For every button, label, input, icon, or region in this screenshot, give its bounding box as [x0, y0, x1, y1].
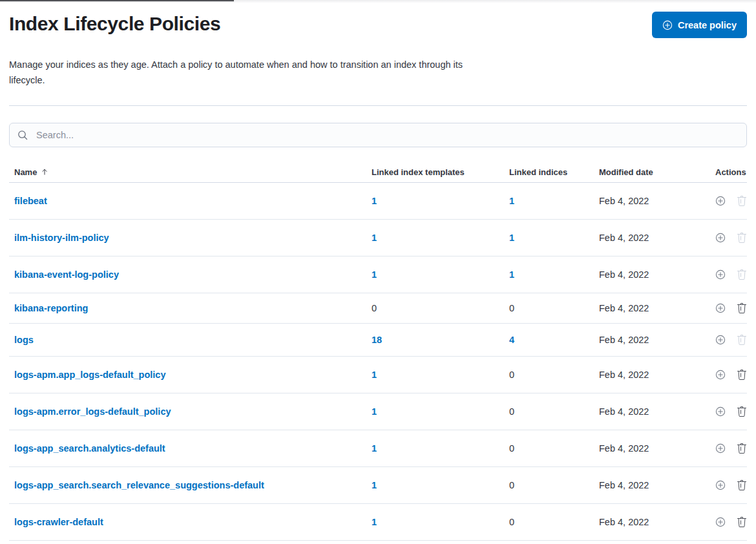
name-cell: logs-app_search.analytics-default — [9, 443, 372, 454]
modified-date: Feb 4, 2022 — [599, 370, 715, 380]
linked-index-templates-cell: 1 — [372, 516, 509, 528]
add-policy-to-template-button[interactable] — [715, 517, 726, 527]
add-policy-to-template-button[interactable] — [715, 335, 726, 345]
actions-cell — [715, 517, 751, 527]
trash-icon — [737, 303, 747, 313]
linked-index-templates-cell: 1 — [372, 369, 509, 381]
policy-name-link[interactable]: logs-app_search.search_relevance_suggest… — [14, 480, 264, 490]
name-cell: kibana-reporting — [9, 302, 372, 314]
policy-name-link[interactable]: kibana-reporting — [14, 303, 88, 313]
actions-cell — [715, 443, 751, 454]
linked-indices-count[interactable]: 4 — [509, 335, 514, 345]
add-policy-to-template-button[interactable] — [715, 233, 726, 243]
actions-cell — [715, 196, 751, 206]
name-cell: logs-apm.error_logs-default_policy — [9, 406, 372, 417]
linked-indices-count: 0 — [509, 443, 514, 454]
add-policy-to-template-button[interactable] — [715, 269, 726, 280]
modified-date: Feb 4, 2022 — [599, 335, 715, 345]
delete-policy-button — [737, 233, 747, 243]
actions-cell — [715, 480, 751, 490]
policy-name-link[interactable]: logs — [14, 335, 34, 345]
linked-indices-cell: 1 — [509, 195, 599, 207]
column-header-linked-indices: Linked indices — [509, 167, 599, 177]
delete-policy-button[interactable] — [737, 517, 747, 527]
name-cell: logs-app_search.search_relevance_suggest… — [9, 479, 372, 491]
table-row: logs-apm.app_logs-default_policy 1 0 Feb… — [9, 357, 747, 393]
sort-ascending-icon — [41, 168, 48, 176]
linked-indices-count[interactable]: 1 — [509, 233, 514, 243]
delete-policy-button[interactable] — [737, 303, 747, 313]
trash-icon — [737, 269, 747, 280]
plus-in-circle-icon — [715, 196, 726, 206]
linked-indices-count[interactable]: 1 — [509, 196, 514, 206]
create-policy-button[interactable]: Create policy — [652, 12, 747, 38]
policy-name-link[interactable]: ilm-history-ilm-policy — [14, 233, 109, 243]
delete-policy-button — [737, 196, 747, 206]
add-policy-to-template-button[interactable] — [715, 480, 726, 490]
trash-icon — [737, 335, 747, 345]
linked-indices-cell: 1 — [509, 232, 599, 244]
plus-in-circle-icon — [715, 335, 726, 345]
linked-index-templates-cell: 18 — [372, 334, 509, 346]
linked-index-templates-cell: 1 — [372, 269, 509, 280]
trash-icon — [737, 370, 747, 380]
policy-name-link[interactable]: filebeat — [14, 196, 47, 206]
delete-policy-button[interactable] — [737, 406, 747, 417]
linked-templates-count[interactable]: 1 — [372, 370, 377, 380]
column-header-modified-date: Modified date — [599, 167, 715, 177]
linked-indices-cell: 0 — [509, 302, 599, 314]
trash-icon — [737, 517, 747, 527]
page-header: Index Lifecycle Policies Create policy — [9, 0, 747, 38]
table-row: ilm-history-ilm-policy 1 1 Feb 4, 2022 — [9, 220, 747, 256]
plus-in-circle-icon — [715, 517, 726, 527]
delete-policy-button[interactable] — [737, 370, 747, 380]
linked-indices-cell: 0 — [509, 516, 599, 528]
linked-templates-count[interactable]: 1 — [372, 233, 377, 243]
policy-name-link[interactable]: logs-apm.error_logs-default_policy — [14, 406, 171, 417]
modified-date: Feb 4, 2022 — [599, 406, 715, 417]
linked-indices-count: 0 — [509, 370, 514, 380]
linked-templates-count[interactable]: 1 — [372, 406, 377, 417]
modified-date: Feb 4, 2022 — [599, 443, 715, 454]
add-policy-to-template-button[interactable] — [715, 303, 726, 313]
column-header-name[interactable]: Name — [9, 167, 372, 177]
linked-templates-count[interactable]: 1 — [372, 443, 377, 454]
policy-name-link[interactable]: logs-apm.app_logs-default_policy — [14, 370, 165, 380]
linked-templates-count[interactable]: 1 — [372, 269, 377, 280]
plus-in-circle-icon — [715, 480, 726, 490]
modified-date: Feb 4, 2022 — [599, 196, 715, 206]
add-policy-to-template-button[interactable] — [715, 370, 726, 380]
table-row: kibana-event-log-policy 1 1 Feb 4, 2022 — [9, 256, 747, 293]
linked-indices-count[interactable]: 1 — [509, 269, 514, 280]
linked-templates-count[interactable]: 1 — [372, 196, 377, 206]
delete-policy-button[interactable] — [737, 480, 747, 490]
table-body: filebeat 1 1 Feb 4, 2022 — [9, 183, 747, 541]
delete-policy-button — [737, 335, 747, 345]
delete-policy-button[interactable] — [737, 443, 747, 454]
modified-date: Feb 4, 2022 — [599, 303, 715, 313]
table-row: logs 18 4 Feb 4, 2022 — [9, 324, 747, 357]
policy-name-link[interactable]: kibana-event-log-policy — [14, 269, 119, 280]
modified-date: Feb 4, 2022 — [599, 233, 715, 243]
plus-in-circle-icon — [715, 443, 726, 454]
add-policy-to-template-button[interactable] — [715, 443, 726, 454]
modified-date: Feb 4, 2022 — [599, 269, 715, 280]
linked-index-templates-cell: 1 — [372, 406, 509, 417]
policy-name-link[interactable]: logs-app_search.analytics-default — [14, 443, 165, 454]
table-row: filebeat 1 1 Feb 4, 2022 — [9, 183, 747, 220]
linked-templates-count[interactable]: 1 — [372, 517, 377, 527]
linked-indices-cell: 0 — [509, 369, 599, 381]
name-cell: filebeat — [9, 195, 372, 207]
table-row: logs-crawler-default 1 0 Feb 4, 2022 — [9, 504, 747, 541]
add-policy-to-template-button[interactable] — [715, 196, 726, 206]
add-policy-to-template-button[interactable] — [715, 406, 726, 417]
search-input[interactable] — [35, 129, 739, 141]
table-header-row: Name Linked index templates Linked indic… — [9, 162, 747, 183]
linked-indices-cell: 4 — [509, 334, 599, 346]
actions-cell — [715, 269, 751, 280]
name-cell: ilm-history-ilm-policy — [9, 232, 372, 244]
linked-templates-count[interactable]: 18 — [372, 335, 382, 345]
linked-index-templates-cell: 1 — [372, 195, 509, 207]
policy-name-link[interactable]: logs-crawler-default — [14, 517, 103, 527]
linked-templates-count[interactable]: 1 — [372, 480, 377, 490]
